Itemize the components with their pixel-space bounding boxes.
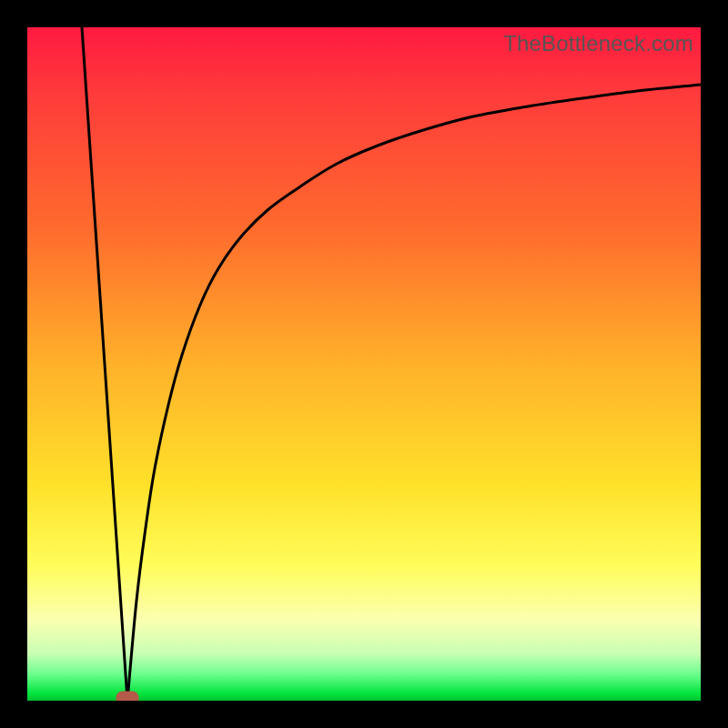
right-branch-curve	[127, 85, 701, 701]
plot-area: TheBottleneck.com	[27, 27, 701, 701]
curve-canvas	[27, 27, 701, 701]
left-branch-curve	[82, 27, 127, 701]
chart-frame: TheBottleneck.com	[0, 0, 728, 728]
dip-marker	[116, 692, 138, 701]
